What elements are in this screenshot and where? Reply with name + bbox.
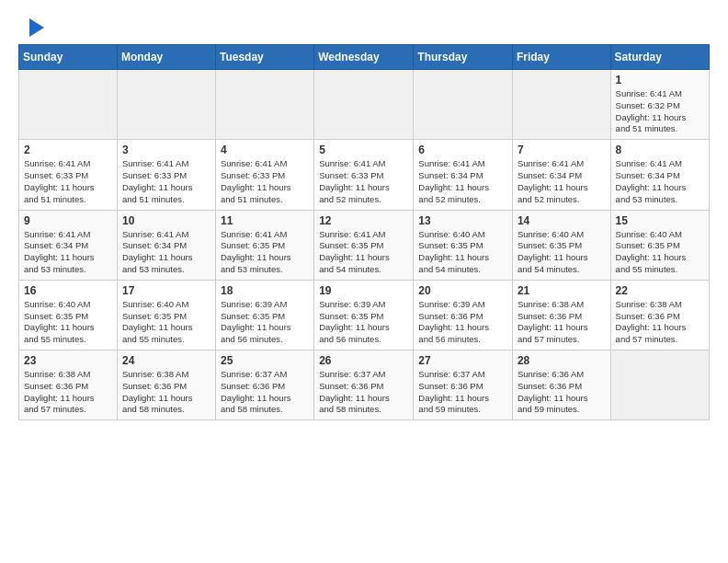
day-info: Sunrise: 6:37 AM Sunset: 6:36 PM Dayligh…: [319, 369, 408, 416]
day-info: Sunrise: 6:41 AM Sunset: 6:34 PM Dayligh…: [24, 229, 112, 276]
day-number: 11: [221, 214, 309, 227]
day-number: 18: [221, 284, 309, 297]
calendar-cell: 24Sunrise: 6:38 AM Sunset: 6:36 PM Dayli…: [117, 350, 215, 420]
calendar-cell: 26Sunrise: 6:37 AM Sunset: 6:36 PM Dayli…: [314, 350, 414, 420]
calendar-table: SundayMondayTuesdayWednesdayThursdayFrid…: [18, 44, 710, 420]
header: [18, 15, 710, 37]
day-number: 23: [24, 354, 112, 367]
calendar-cell: [19, 70, 118, 140]
day-info: Sunrise: 6:40 AM Sunset: 6:35 PM Dayligh…: [122, 299, 210, 346]
day-info: Sunrise: 6:39 AM Sunset: 6:35 PM Dayligh…: [221, 299, 309, 346]
weekday-wednesday: Wednesday: [314, 45, 414, 70]
day-number: 27: [418, 354, 507, 367]
day-info: Sunrise: 6:37 AM Sunset: 6:36 PM Dayligh…: [221, 369, 309, 416]
day-info: Sunrise: 6:38 AM Sunset: 6:36 PM Dayligh…: [616, 299, 704, 346]
day-number: 15: [616, 214, 704, 227]
day-number: 25: [221, 354, 309, 367]
calendar-cell: 23Sunrise: 6:38 AM Sunset: 6:36 PM Dayli…: [19, 350, 118, 420]
weekday-saturday: Saturday: [610, 45, 709, 70]
calendar-cell: 6Sunrise: 6:41 AM Sunset: 6:34 PM Daylig…: [414, 140, 513, 210]
day-info: Sunrise: 6:41 AM Sunset: 6:33 PM Dayligh…: [24, 158, 112, 205]
calendar-cell: 2Sunrise: 6:41 AM Sunset: 6:33 PM Daylig…: [19, 140, 118, 210]
day-info: Sunrise: 6:41 AM Sunset: 6:34 PM Dayligh…: [616, 158, 704, 205]
day-info: Sunrise: 6:38 AM Sunset: 6:36 PM Dayligh…: [518, 299, 606, 346]
calendar-cell: 14Sunrise: 6:40 AM Sunset: 6:35 PM Dayli…: [512, 210, 610, 280]
calendar-cell: 5Sunrise: 6:41 AM Sunset: 6:33 PM Daylig…: [314, 140, 414, 210]
calendar-cell: 3Sunrise: 6:41 AM Sunset: 6:33 PM Daylig…: [117, 140, 215, 210]
weekday-friday: Friday: [512, 45, 610, 70]
day-number: 24: [122, 354, 210, 367]
logo: [18, 15, 46, 37]
calendar-week-1: 1Sunrise: 6:41 AM Sunset: 6:32 PM Daylig…: [19, 70, 710, 140]
calendar-cell: 1Sunrise: 6:41 AM Sunset: 6:32 PM Daylig…: [610, 70, 709, 140]
day-number: 13: [418, 214, 507, 227]
page: SundayMondayTuesdayWednesdayThursdayFrid…: [0, 0, 728, 435]
calendar-cell: 10Sunrise: 6:41 AM Sunset: 6:34 PM Dayli…: [117, 210, 215, 280]
day-info: Sunrise: 6:41 AM Sunset: 6:34 PM Dayligh…: [418, 158, 507, 205]
day-info: Sunrise: 6:37 AM Sunset: 6:36 PM Dayligh…: [418, 369, 507, 416]
calendar-cell: 17Sunrise: 6:40 AM Sunset: 6:35 PM Dayli…: [117, 280, 215, 350]
weekday-thursday: Thursday: [414, 45, 513, 70]
day-number: 9: [24, 214, 112, 227]
calendar-cell: 25Sunrise: 6:37 AM Sunset: 6:36 PM Dayli…: [216, 350, 314, 420]
calendar-cell: 13Sunrise: 6:40 AM Sunset: 6:35 PM Dayli…: [414, 210, 513, 280]
calendar-cell: 9Sunrise: 6:41 AM Sunset: 6:34 PM Daylig…: [19, 210, 118, 280]
calendar-cell: 20Sunrise: 6:39 AM Sunset: 6:36 PM Dayli…: [414, 280, 513, 350]
logo-icon: [20, 15, 46, 40]
day-number: 1: [616, 74, 704, 86]
calendar-cell: [414, 70, 513, 140]
day-info: Sunrise: 6:39 AM Sunset: 6:35 PM Dayligh…: [319, 299, 408, 346]
day-number: 6: [418, 144, 507, 156]
day-info: Sunrise: 6:40 AM Sunset: 6:35 PM Dayligh…: [24, 299, 112, 346]
calendar-cell: 12Sunrise: 6:41 AM Sunset: 6:35 PM Dayli…: [314, 210, 414, 280]
day-info: Sunrise: 6:38 AM Sunset: 6:36 PM Dayligh…: [24, 369, 112, 416]
day-info: Sunrise: 6:41 AM Sunset: 6:33 PM Dayligh…: [221, 158, 309, 205]
calendar-cell: 11Sunrise: 6:41 AM Sunset: 6:35 PM Dayli…: [216, 210, 314, 280]
calendar-cell: 22Sunrise: 6:38 AM Sunset: 6:36 PM Dayli…: [610, 280, 709, 350]
day-info: Sunrise: 6:41 AM Sunset: 6:34 PM Dayligh…: [122, 229, 210, 276]
calendar-cell: 4Sunrise: 6:41 AM Sunset: 6:33 PM Daylig…: [216, 140, 314, 210]
day-number: 3: [122, 144, 210, 156]
day-number: 28: [518, 354, 606, 367]
calendar-week-4: 16Sunrise: 6:40 AM Sunset: 6:35 PM Dayli…: [19, 280, 710, 350]
calendar-cell: 19Sunrise: 6:39 AM Sunset: 6:35 PM Dayli…: [314, 280, 414, 350]
calendar-week-2: 2Sunrise: 6:41 AM Sunset: 6:33 PM Daylig…: [19, 140, 710, 210]
day-info: Sunrise: 6:41 AM Sunset: 6:35 PM Dayligh…: [319, 229, 408, 276]
weekday-header-row: SundayMondayTuesdayWednesdayThursdayFrid…: [19, 45, 710, 70]
svg-marker-0: [29, 18, 44, 37]
day-info: Sunrise: 6:41 AM Sunset: 6:33 PM Dayligh…: [122, 158, 210, 205]
calendar-cell: 18Sunrise: 6:39 AM Sunset: 6:35 PM Dayli…: [216, 280, 314, 350]
day-number: 7: [518, 144, 606, 156]
calendar-cell: 15Sunrise: 6:40 AM Sunset: 6:35 PM Dayli…: [610, 210, 709, 280]
day-info: Sunrise: 6:38 AM Sunset: 6:36 PM Dayligh…: [122, 369, 210, 416]
calendar-cell: 21Sunrise: 6:38 AM Sunset: 6:36 PM Dayli…: [512, 280, 610, 350]
day-info: Sunrise: 6:41 AM Sunset: 6:35 PM Dayligh…: [221, 229, 309, 276]
day-info: Sunrise: 6:41 AM Sunset: 6:32 PM Dayligh…: [616, 88, 704, 135]
calendar-cell: [216, 70, 314, 140]
day-number: 22: [616, 284, 704, 297]
calendar-week-5: 23Sunrise: 6:38 AM Sunset: 6:36 PM Dayli…: [19, 350, 710, 420]
day-info: Sunrise: 6:40 AM Sunset: 6:35 PM Dayligh…: [518, 229, 606, 276]
day-number: 20: [418, 284, 507, 297]
weekday-tuesday: Tuesday: [216, 45, 314, 70]
weekday-sunday: Sunday: [19, 45, 118, 70]
day-info: Sunrise: 6:36 AM Sunset: 6:36 PM Dayligh…: [518, 369, 606, 416]
day-info: Sunrise: 6:40 AM Sunset: 6:35 PM Dayligh…: [418, 229, 507, 276]
day-number: 12: [319, 214, 408, 227]
day-number: 10: [122, 214, 210, 227]
day-number: 21: [518, 284, 606, 297]
calendar-cell: 28Sunrise: 6:36 AM Sunset: 6:36 PM Dayli…: [512, 350, 610, 420]
calendar-cell: 27Sunrise: 6:37 AM Sunset: 6:36 PM Dayli…: [414, 350, 513, 420]
calendar-cell: [610, 350, 709, 420]
day-number: 17: [122, 284, 210, 297]
day-number: 8: [616, 144, 704, 156]
day-info: Sunrise: 6:39 AM Sunset: 6:36 PM Dayligh…: [418, 299, 507, 346]
calendar-cell: 7Sunrise: 6:41 AM Sunset: 6:34 PM Daylig…: [512, 140, 610, 210]
calendar-cell: [512, 70, 610, 140]
day-info: Sunrise: 6:41 AM Sunset: 6:34 PM Dayligh…: [518, 158, 606, 205]
day-number: 14: [518, 214, 606, 227]
calendar-cell: 16Sunrise: 6:40 AM Sunset: 6:35 PM Dayli…: [19, 280, 118, 350]
day-info: Sunrise: 6:41 AM Sunset: 6:33 PM Dayligh…: [319, 158, 408, 205]
day-info: Sunrise: 6:40 AM Sunset: 6:35 PM Dayligh…: [616, 229, 704, 276]
calendar-cell: [314, 70, 414, 140]
